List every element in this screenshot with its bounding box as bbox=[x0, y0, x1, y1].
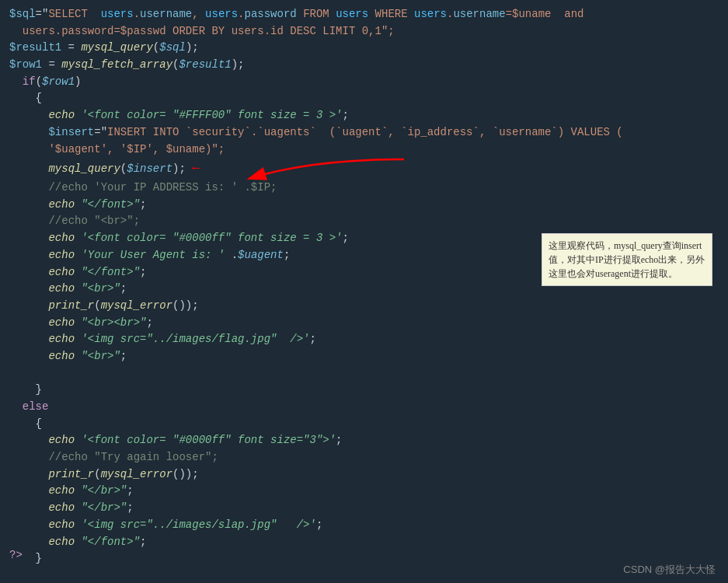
code-line-18: print_r(mysql_error()); bbox=[9, 298, 719, 315]
code-line-28: print_r(mysql_error()); bbox=[9, 466, 719, 484]
code-line-1: $sql="SELECT users.username, users.passw… bbox=[9, 6, 719, 23]
code-line-10: mysql_query($insert); ← bbox=[9, 158, 719, 180]
code-line-22 bbox=[9, 365, 719, 382]
code-line-9: '$uagent', '$IP', $uname)"; bbox=[9, 141, 719, 159]
code-line-33: } bbox=[9, 550, 719, 567]
code-line-19: echo "<br><br>"; bbox=[9, 315, 719, 332]
annotation-text: 这里观察代码，mysql_query查询insert值，对其中IP进行提取ech… bbox=[549, 240, 705, 279]
footer: CSDN @报告大大怪 bbox=[623, 563, 716, 577]
code-line-4: $row1 = mysql_fetch_array($result1); bbox=[9, 57, 719, 74]
code-line-13: //echo "<br>"; bbox=[9, 213, 719, 230]
php-close-tag: ?> bbox=[9, 549, 23, 561]
code-line-30: echo "</br>"; bbox=[9, 500, 719, 517]
code-block: $sql="SELECT users.username, users.passw… bbox=[0, 0, 728, 583]
code-line-32: echo "</font>"; bbox=[9, 534, 719, 551]
code-line-26: echo '<font color= "#0000ff" font size="… bbox=[9, 432, 719, 449]
code-line-8: $insert="INSERT INTO `security`.`uagents… bbox=[9, 124, 719, 141]
code-line-21: echo "<br>"; bbox=[9, 348, 719, 365]
code-line-7: echo '<font color= "#FFFF00" font size =… bbox=[9, 107, 719, 124]
code-line-25: { bbox=[9, 416, 719, 433]
code-line-20: echo '<img src="../images/flag.jpg" />'; bbox=[9, 331, 719, 348]
code-line-2: users.password=$passwd ORDER BY users.id… bbox=[9, 23, 719, 40]
annotation-box: 这里观察代码，mysql_query查询insert值，对其中IP进行提取ech… bbox=[542, 233, 712, 286]
code-line-31: echo '<img src="../images/slap.jpg" />'; bbox=[9, 517, 719, 534]
code-line-12: echo "</font>"; bbox=[9, 197, 719, 214]
code-line-11: //echo 'Your IP ADDRESS is: ' .$IP; bbox=[9, 180, 719, 197]
code-line-23: } bbox=[9, 382, 719, 399]
code-line-24: else bbox=[9, 399, 719, 416]
code-line-27: //echo "Try again looser"; bbox=[9, 449, 719, 466]
code-line-34 bbox=[9, 567, 719, 583]
code-line-3: $result1 = mysql_query($sql); bbox=[9, 40, 719, 57]
code-line-29: echo "</br>"; bbox=[9, 483, 719, 500]
code-line-5: if($row1) bbox=[9, 74, 719, 91]
footer-text: CSDN @报告大大怪 bbox=[623, 564, 716, 575]
code-line-6: { bbox=[9, 90, 719, 107]
